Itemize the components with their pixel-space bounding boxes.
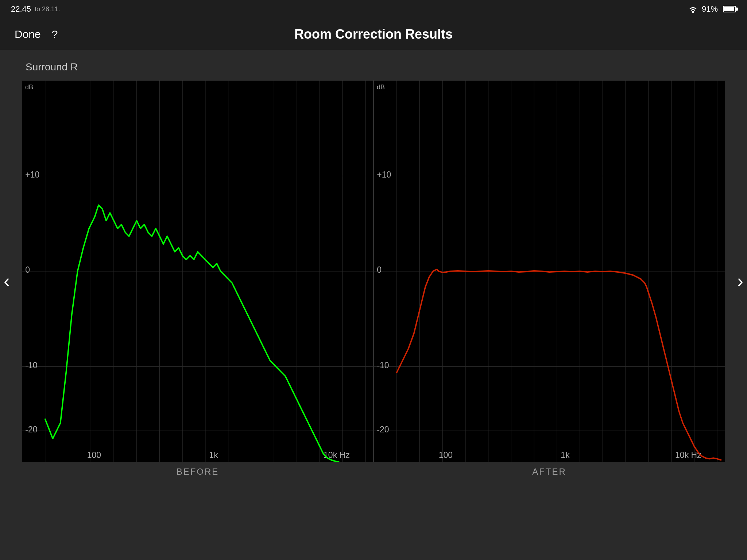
after-chart-svg: +10 0 -10 -20 100 1k 10k Hz bbox=[374, 81, 725, 462]
help-button[interactable]: ? bbox=[52, 28, 58, 40]
svg-text:0: 0 bbox=[377, 265, 382, 275]
svg-text:1k: 1k bbox=[209, 450, 218, 460]
before-chart-svg: +10 0 -10 -20 100 1k 10k Hz bbox=[22, 81, 373, 462]
main-content: Surround R ‹ dB bbox=[0, 50, 747, 492]
battery-icon bbox=[723, 6, 736, 12]
svg-text:+10: +10 bbox=[377, 170, 391, 179]
after-chart: dB bbox=[374, 80, 725, 462]
svg-text:+10: +10 bbox=[25, 170, 39, 179]
svg-text:0: 0 bbox=[25, 265, 30, 275]
after-label: AFTER bbox=[374, 462, 725, 481]
status-bar: 22.45 to 28.11. 91% bbox=[0, 0, 747, 18]
before-label: BEFORE bbox=[22, 462, 374, 481]
page-title: Room Correction Results bbox=[294, 27, 453, 42]
time-suffix: to 28.11. bbox=[35, 5, 60, 13]
done-button[interactable]: Done bbox=[15, 28, 41, 40]
time-display: 22.45 bbox=[11, 4, 31, 14]
status-left: 22.45 to 28.11. bbox=[11, 4, 60, 14]
before-curve bbox=[45, 205, 339, 462]
before-chart-wrapper: dB bbox=[22, 80, 374, 481]
wifi-icon bbox=[688, 5, 698, 13]
svg-point-0 bbox=[692, 11, 694, 13]
nav-bar: Done ? Room Correction Results bbox=[0, 18, 747, 50]
svg-text:100: 100 bbox=[439, 450, 453, 460]
nav-arrow-right[interactable]: › bbox=[737, 270, 743, 291]
channel-label: Surround R bbox=[26, 61, 725, 73]
after-chart-wrapper: dB bbox=[374, 80, 725, 481]
status-right: 91% bbox=[688, 4, 736, 14]
svg-text:100: 100 bbox=[87, 450, 101, 460]
svg-text:-20: -20 bbox=[377, 425, 389, 434]
nav-arrow-left[interactable]: ‹ bbox=[4, 270, 10, 291]
before-chart: dB bbox=[22, 80, 374, 462]
svg-text:-10: -10 bbox=[377, 361, 389, 370]
battery-percent: 91% bbox=[702, 4, 718, 14]
svg-text:-20: -20 bbox=[25, 425, 37, 434]
svg-text:-10: -10 bbox=[25, 361, 37, 370]
charts-container: ‹ dB bbox=[22, 80, 725, 481]
svg-text:1k: 1k bbox=[561, 450, 570, 460]
after-curve bbox=[397, 269, 721, 460]
